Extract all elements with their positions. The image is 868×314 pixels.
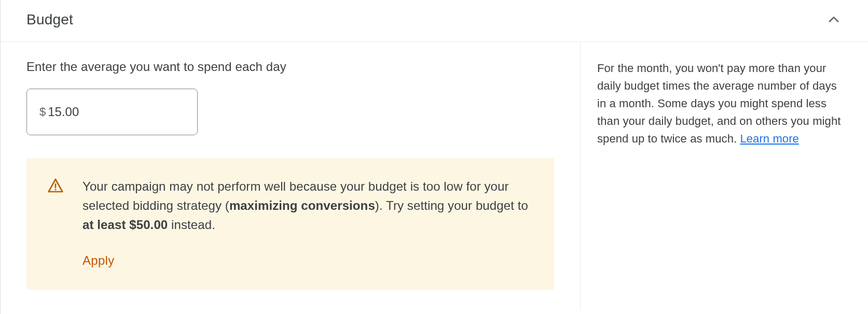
main-column: Enter the average you want to spend each… (1, 42, 581, 310)
alert-message: Your campaign may not perform well becau… (82, 177, 533, 235)
panel-body: Enter the average you want to spend each… (1, 42, 868, 310)
side-info-text: For the month, you won't pay more than y… (597, 60, 842, 148)
learn-more-link[interactable]: Learn more (740, 132, 799, 145)
alert-content: Your campaign may not perform well becau… (82, 177, 533, 270)
alert-text-suffix: instead. (168, 218, 215, 232)
collapse-toggle[interactable] (825, 11, 842, 28)
panel-title: Budget (26, 11, 73, 28)
alert-amount-bold: at least $50.00 (82, 218, 168, 232)
alert-strategy-bold: maximizing conversions (229, 198, 375, 212)
budget-input-container[interactable]: $ (26, 89, 198, 135)
budget-prompt-label: Enter the average you want to spend each… (26, 60, 554, 74)
svg-point-1 (55, 189, 57, 191)
currency-symbol: $ (39, 105, 46, 119)
panel-header: Budget (1, 0, 868, 42)
budget-panel: Budget Enter the average you want to spe… (0, 0, 868, 314)
side-column: For the month, you won't pay more than y… (581, 42, 868, 310)
alert-text-mid: ). Try setting your budget to (375, 198, 528, 212)
apply-button[interactable]: Apply (82, 251, 115, 270)
budget-warning-alert: Your campaign may not perform well becau… (26, 158, 554, 290)
budget-amount-input[interactable] (48, 105, 185, 119)
side-info-body: For the month, you won't pay more than y… (597, 62, 841, 145)
chevron-up-icon (826, 12, 841, 27)
warning-icon (47, 178, 64, 270)
